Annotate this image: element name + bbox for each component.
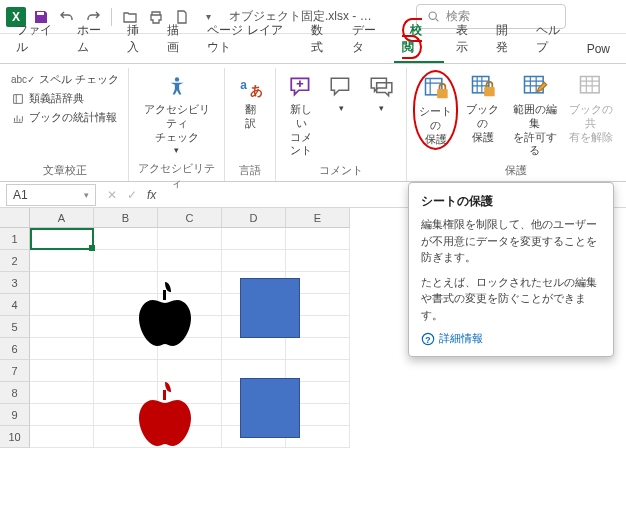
blue-square-shape-1[interactable] bbox=[240, 278, 300, 338]
translate-button[interactable]: aあ 翻 訳 bbox=[231, 70, 269, 133]
svg-rect-5 bbox=[437, 89, 448, 98]
protect-sheet-tooltip: シートの保護 編集権限を制限して、他のユーザーが不用意にデータを変更することを防… bbox=[408, 182, 614, 357]
tooltip-body-1: 編集権限を制限して、他のユーザーが不用意にデータを変更することを防ぎます。 bbox=[421, 216, 601, 266]
svg-point-1 bbox=[175, 77, 179, 81]
tab-view[interactable]: 表示 bbox=[448, 16, 484, 63]
tab-developer[interactable]: 開発 bbox=[488, 16, 524, 63]
thesaurus-button[interactable]: 類義語辞典 bbox=[8, 89, 122, 108]
group-accessibility: アクセシビリティ チェック▾ アクセシビリティ bbox=[129, 68, 225, 181]
highlighted-circle: 校閲 bbox=[402, 18, 422, 59]
tooltip-body-2: たとえば、ロックされたセルの編集や書式の変更を防ぐことができます。 bbox=[421, 274, 601, 324]
tab-formulas[interactable]: 数式 bbox=[303, 16, 339, 63]
svg-text:あ: あ bbox=[250, 83, 263, 98]
ribbon: abc✓スペル チェック 類義語辞典 ブックの統計情報 文章校正 アクセシビリテ… bbox=[0, 64, 626, 182]
group-proofing: abc✓スペル チェック 類義語辞典 ブックの統計情報 文章校正 bbox=[2, 68, 129, 181]
help-icon: ? bbox=[421, 332, 435, 346]
tab-insert[interactable]: 挿入 bbox=[119, 16, 155, 63]
tooltip-title: シートの保護 bbox=[421, 193, 601, 210]
ribbon-tabs: ファイル ホーム 挿入 描画 ページ レイアウト 数式 データ 校閲 表示 開発… bbox=[0, 34, 626, 64]
svg-text:?: ? bbox=[425, 334, 430, 344]
tab-pow[interactable]: Pow bbox=[579, 36, 618, 63]
tab-data[interactable]: データ bbox=[344, 16, 390, 63]
comment-icon bbox=[286, 72, 316, 102]
group-language: aあ 翻 訳 言語 bbox=[225, 68, 276, 181]
unshare-icon bbox=[576, 72, 606, 102]
svg-rect-7 bbox=[484, 87, 495, 96]
tab-home[interactable]: ホーム bbox=[69, 16, 115, 63]
svg-text:a: a bbox=[241, 78, 248, 92]
tab-help[interactable]: ヘルプ bbox=[528, 16, 574, 63]
svg-rect-10 bbox=[163, 290, 166, 300]
group-protect: シートの 保護 ブックの 保護 範囲の編集 を許可する ブックの共 有を解除 保… bbox=[407, 68, 624, 181]
show-comments-button[interactable]: ▾ bbox=[362, 70, 400, 116]
tab-page-layout[interactable]: ページ レイアウト bbox=[199, 16, 299, 63]
svg-rect-11 bbox=[163, 390, 166, 400]
apple-red-shape[interactable] bbox=[135, 378, 195, 450]
protect-workbook-icon bbox=[468, 72, 498, 102]
translate-icon: aあ bbox=[235, 72, 265, 102]
protect-sheet-icon bbox=[421, 74, 451, 104]
accessibility-check-button[interactable]: アクセシビリティ チェック▾ bbox=[135, 70, 218, 159]
new-comment-button[interactable]: 新しい コメント bbox=[282, 70, 320, 160]
show-comments-icon bbox=[366, 72, 396, 102]
tab-review[interactable]: 校閲 bbox=[394, 16, 444, 63]
unshare-workbook-button: ブックの共 有を解除 bbox=[564, 70, 618, 146]
svg-rect-9 bbox=[580, 77, 599, 93]
protect-workbook-button[interactable]: ブックの 保護 bbox=[460, 70, 505, 146]
apple-black-shape[interactable] bbox=[135, 278, 195, 350]
name-box[interactable]: A1▾ bbox=[6, 184, 96, 206]
tab-draw[interactable]: 描画 bbox=[159, 16, 195, 63]
select-all-corner[interactable] bbox=[0, 208, 30, 228]
comment-nav-button[interactable]: ▾ bbox=[322, 70, 360, 116]
accessibility-icon bbox=[162, 72, 192, 102]
spellcheck-button[interactable]: abc✓スペル チェック bbox=[8, 70, 122, 89]
workbook-stats-button[interactable]: ブックの統計情報 bbox=[8, 108, 122, 127]
tooltip-more-link[interactable]: ? 詳細情報 bbox=[421, 331, 601, 346]
comment-nav-icon bbox=[326, 72, 356, 102]
allow-edit-ranges-button[interactable]: 範囲の編集 を許可する bbox=[507, 70, 561, 160]
edit-ranges-icon bbox=[520, 72, 550, 102]
blue-square-shape-2[interactable] bbox=[240, 378, 300, 438]
tab-file[interactable]: ファイル bbox=[8, 16, 65, 63]
fx-cancel-icon: ✕ bbox=[107, 188, 117, 202]
protect-sheet-button[interactable]: シートの 保護 bbox=[413, 70, 458, 150]
group-comments: 新しい コメント ▾ ▾ コメント bbox=[276, 68, 407, 181]
